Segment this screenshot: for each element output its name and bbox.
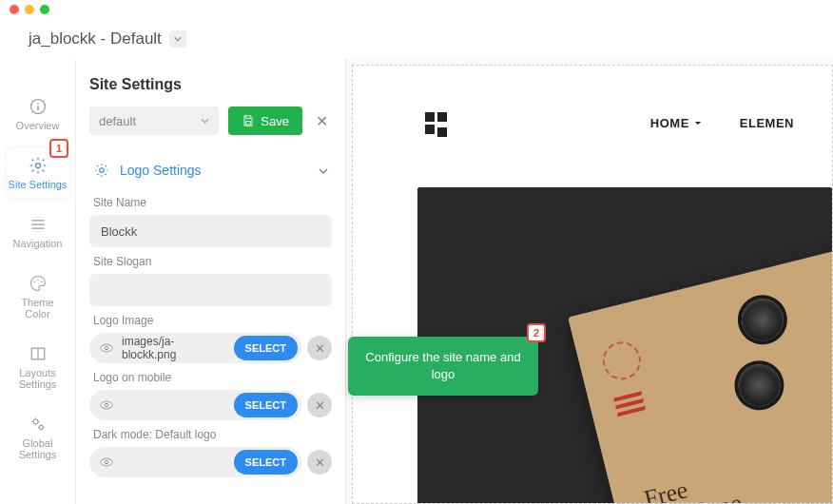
sidebar-item-label: Navigation bbox=[13, 238, 63, 249]
sidebar-item-overview[interactable]: Overview bbox=[7, 89, 69, 139]
dark-logo-label: Dark mode: Default logo bbox=[93, 428, 332, 441]
sidebar-item-layouts-settings[interactable]: Layouts Settings bbox=[7, 337, 69, 397]
nav-elements[interactable]: ELEMEN bbox=[740, 116, 794, 130]
envelope-mockup: Free Envelope Mock bbox=[568, 248, 832, 504]
select-dark-logo-button[interactable]: SELECT bbox=[234, 450, 298, 475]
sidebar-item-navigation[interactable]: Navigation bbox=[7, 207, 69, 257]
window-chrome bbox=[0, 0, 833, 19]
site-slogan-label: Site Slogan bbox=[93, 255, 332, 268]
clear-dark-logo-button[interactable]: ✕ bbox=[307, 450, 332, 475]
site-slogan-input[interactable] bbox=[89, 274, 332, 306]
sidebar: Overview Site Settings Navigation Theme … bbox=[0, 59, 76, 504]
annotation-tooltip: Configure the site name and logo bbox=[348, 337, 538, 396]
gears-icon bbox=[29, 415, 48, 434]
titlebar: ja_blockk - Default bbox=[0, 19, 833, 59]
menu-icon bbox=[29, 215, 48, 234]
layout-icon bbox=[29, 344, 48, 363]
annotation-1: 1 bbox=[49, 139, 68, 158]
preset-select[interactable]: default bbox=[89, 107, 219, 135]
title-dropdown[interactable] bbox=[169, 30, 186, 48]
logo-image-label: Logo Image bbox=[93, 314, 332, 327]
eye-icon[interactable] bbox=[99, 340, 114, 356]
chevron-down-icon bbox=[174, 36, 182, 42]
svg-point-1 bbox=[37, 103, 39, 105]
template-title: ja_blockk - Default bbox=[29, 29, 162, 48]
svg-point-9 bbox=[39, 425, 43, 429]
save-button[interactable]: Save bbox=[228, 107, 302, 135]
close-button[interactable]: ✕ bbox=[312, 108, 332, 134]
select-mobile-logo-button[interactable]: SELECT bbox=[234, 393, 298, 417]
logo-image-field: images/ja-blockk.png SELECT bbox=[89, 333, 301, 363]
svg-point-5 bbox=[37, 279, 39, 281]
svg-point-11 bbox=[105, 346, 107, 349]
stripes-icon bbox=[613, 391, 646, 417]
preset-value: default bbox=[99, 114, 136, 128]
site-logo[interactable] bbox=[425, 112, 447, 134]
svg-rect-2 bbox=[37, 106, 39, 110]
sidebar-item-label: Site Settings bbox=[9, 179, 68, 190]
logo-image-value: images/ja-blockk.png bbox=[122, 335, 226, 361]
section-title: Logo Settings bbox=[120, 163, 202, 178]
preview-nav: HOME ELEMEN bbox=[650, 116, 794, 130]
info-icon bbox=[29, 97, 48, 116]
maximize-dot[interactable] bbox=[40, 5, 49, 14]
collapse-icon bbox=[319, 165, 328, 176]
panel-heading: Site Settings bbox=[89, 76, 332, 93]
eye-icon[interactable] bbox=[99, 397, 114, 413]
save-icon bbox=[242, 114, 255, 127]
annotation-2: 2 bbox=[527, 323, 546, 342]
sidebar-item-global-settings[interactable]: Global Settings bbox=[7, 407, 69, 468]
minimize-dot[interactable] bbox=[25, 5, 34, 14]
sidebar-item-label: Theme Color bbox=[9, 297, 68, 320]
svg-point-3 bbox=[35, 164, 40, 168]
gear-icon bbox=[29, 156, 48, 175]
stamp-icon bbox=[599, 338, 645, 383]
close-dot[interactable] bbox=[10, 5, 19, 14]
settings-section-icon bbox=[93, 162, 110, 179]
svg-point-4 bbox=[33, 281, 35, 283]
select-logo-button[interactable]: SELECT bbox=[234, 336, 298, 360]
save-label: Save bbox=[261, 114, 289, 128]
preview-pane: HOME ELEMEN Free Envelope Mock bbox=[346, 59, 833, 504]
palette-icon bbox=[29, 274, 48, 293]
eye-icon[interactable] bbox=[99, 455, 114, 470]
svg-point-8 bbox=[33, 419, 38, 424]
grommet-icon bbox=[734, 360, 785, 411]
sidebar-item-theme-color[interactable]: Theme Color bbox=[7, 266, 69, 327]
logo-mobile-field: SELECT bbox=[89, 390, 301, 420]
preview-header: HOME ELEMEN bbox=[353, 94, 832, 151]
nav-home[interactable]: HOME bbox=[650, 116, 702, 130]
svg-point-12 bbox=[105, 403, 107, 406]
chevron-down-icon bbox=[201, 118, 209, 124]
preview-frame: HOME ELEMEN Free Envelope Mock bbox=[352, 65, 833, 504]
svg-point-10 bbox=[100, 168, 105, 173]
sidebar-item-label: Overview bbox=[16, 120, 60, 131]
settings-panel: Site Settings default Save ✕ Logo Settin… bbox=[76, 59, 346, 504]
svg-point-6 bbox=[40, 281, 42, 283]
sidebar-item-label: Layouts Settings bbox=[9, 367, 68, 390]
dark-logo-field: SELECT bbox=[89, 447, 301, 477]
clear-mobile-logo-button[interactable]: ✕ bbox=[307, 393, 332, 417]
grommet-icon bbox=[737, 295, 787, 345]
logo-mobile-label: Logo on mobile bbox=[93, 371, 332, 384]
svg-point-13 bbox=[105, 460, 107, 463]
logo-settings-section[interactable]: Logo Settings bbox=[89, 152, 332, 188]
site-name-label: Site Name bbox=[93, 196, 332, 209]
clear-logo-button[interactable]: ✕ bbox=[307, 336, 332, 360]
envelope-text: Free Envelope Mock bbox=[642, 465, 751, 504]
caret-down-icon bbox=[694, 121, 702, 126]
sidebar-item-label: Global Settings bbox=[9, 437, 68, 460]
site-name-input[interactable] bbox=[89, 215, 332, 247]
